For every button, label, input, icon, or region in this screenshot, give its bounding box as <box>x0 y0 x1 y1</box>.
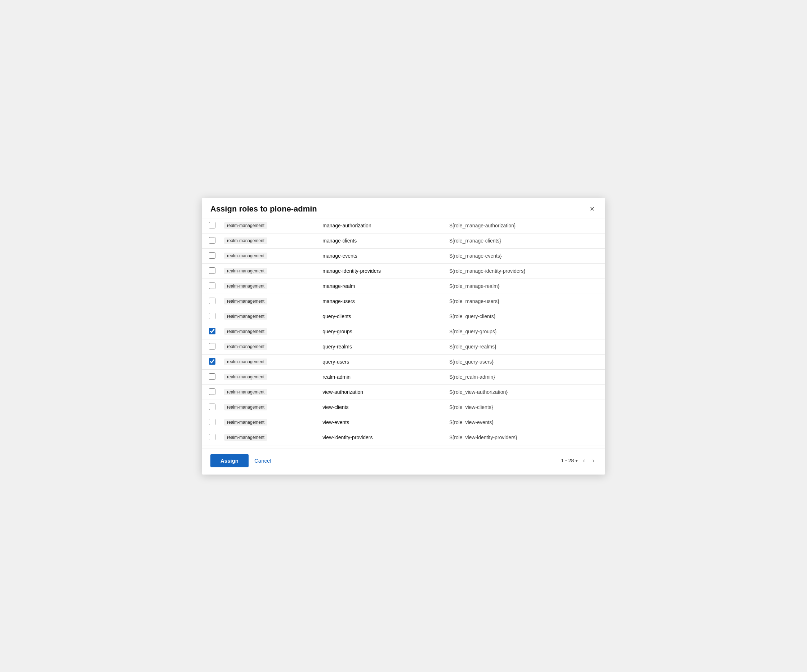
table-row: realm-management query-users ${role_quer… <box>202 354 605 369</box>
checkbox-cell-14[interactable] <box>202 430 220 445</box>
role-desc-cell-15: ${role_view-realm} <box>445 445 605 449</box>
role-client-cell-13: realm-management <box>220 415 318 430</box>
table-row: realm-management realm-admin ${role_real… <box>202 369 605 384</box>
role-checkbox-12[interactable] <box>209 404 216 410</box>
checkbox-cell-12[interactable] <box>202 399 220 415</box>
assign-button[interactable]: Assign <box>211 454 249 467</box>
close-button[interactable]: × <box>588 204 596 214</box>
role-checkbox-11[interactable] <box>209 388 216 395</box>
checkbox-cell-1[interactable] <box>202 233 220 248</box>
role-name-cell-8: query-realms <box>318 339 445 354</box>
table-row: realm-management manage-events ${role_ma… <box>202 248 605 263</box>
role-desc-cell-12: ${role_view-clients} <box>445 399 605 415</box>
checkbox-cell-6[interactable] <box>202 309 220 324</box>
role-client-cell-0: realm-management <box>220 218 318 233</box>
table-row: realm-management view-authorization ${ro… <box>202 384 605 399</box>
role-checkbox-7[interactable] <box>209 328 216 334</box>
table-row: realm-management manage-identity-provide… <box>202 263 605 279</box>
role-name-cell-15: view-realm <box>318 445 445 449</box>
checkbox-cell-4[interactable] <box>202 279 220 294</box>
role-badge-10: realm-management <box>224 374 267 380</box>
checkbox-cell-8[interactable] <box>202 339 220 354</box>
role-checkbox-3[interactable] <box>209 267 216 274</box>
role-checkbox-6[interactable] <box>209 313 216 319</box>
dialog-header: Assign roles to plone-admin × <box>202 198 605 218</box>
role-name-cell-9: query-users <box>318 354 445 369</box>
role-client-cell-6: realm-management <box>220 309 318 324</box>
role-badge-14: realm-management <box>224 434 267 441</box>
role-desc-cell-14: ${role_view-identity-providers} <box>445 430 605 445</box>
checkbox-cell-2[interactable] <box>202 248 220 263</box>
role-badge-13: realm-management <box>224 419 267 426</box>
checkbox-cell-11[interactable] <box>202 384 220 399</box>
next-page-button[interactable]: › <box>590 456 596 465</box>
role-name-cell-12: view-clients <box>318 399 445 415</box>
checkbox-cell-0[interactable] <box>202 218 220 233</box>
checkbox-cell-10[interactable] <box>202 369 220 384</box>
checkbox-cell-5[interactable] <box>202 294 220 309</box>
roles-table-wrapper: realm-management manage-authorization ${… <box>202 218 605 449</box>
role-checkbox-2[interactable] <box>209 252 216 259</box>
table-row: realm-management view-identity-providers… <box>202 430 605 445</box>
role-client-cell-9: realm-management <box>220 354 318 369</box>
role-checkbox-4[interactable] <box>209 283 216 289</box>
prev-page-button[interactable]: ‹ <box>581 456 587 465</box>
role-badge-5: realm-management <box>224 298 267 304</box>
role-checkbox-9[interactable] <box>209 358 216 365</box>
role-desc-cell-3: ${role_manage-identity-providers} <box>445 263 605 279</box>
role-client-cell-14: realm-management <box>220 430 318 445</box>
role-client-cell-12: realm-management <box>220 399 318 415</box>
pagination-range[interactable]: 1 - 28 ▾ <box>561 457 578 463</box>
role-checkbox-1[interactable] <box>209 237 216 244</box>
role-badge-4: realm-management <box>224 283 267 289</box>
role-name-cell-6: query-clients <box>318 309 445 324</box>
role-badge-3: realm-management <box>224 268 267 274</box>
role-badge-8: realm-management <box>224 343 267 350</box>
role-desc-cell-6: ${role_query-clients} <box>445 309 605 324</box>
checkbox-cell-9[interactable] <box>202 354 220 369</box>
role-name-cell-14: view-identity-providers <box>318 430 445 445</box>
role-checkbox-13[interactable] <box>209 419 216 425</box>
checkbox-cell-3[interactable] <box>202 263 220 279</box>
checkbox-cell-15[interactable] <box>202 445 220 449</box>
role-name-cell-5: manage-users <box>318 294 445 309</box>
role-client-cell-11: realm-management <box>220 384 318 399</box>
role-client-cell-2: realm-management <box>220 248 318 263</box>
dialog-title: Assign roles to plone-admin <box>211 204 317 214</box>
role-desc-cell-2: ${role_manage-events} <box>445 248 605 263</box>
role-name-cell-1: manage-clients <box>318 233 445 248</box>
role-client-cell-10: realm-management <box>220 369 318 384</box>
role-desc-cell-10: ${role_realm-admin} <box>445 369 605 384</box>
table-row: realm-management manage-authorization ${… <box>202 218 605 233</box>
role-client-cell-7: realm-management <box>220 324 318 339</box>
role-desc-cell-0: ${role_manage-authorization} <box>445 218 605 233</box>
cancel-button[interactable]: Cancel <box>254 457 271 464</box>
role-client-cell-15: realm-management <box>220 445 318 449</box>
roles-table: realm-management manage-authorization ${… <box>202 218 605 449</box>
table-row: realm-management view-realm ${role_view-… <box>202 445 605 449</box>
role-name-cell-10: realm-admin <box>318 369 445 384</box>
table-row: realm-management view-events ${role_view… <box>202 415 605 430</box>
table-row: realm-management manage-clients ${role_m… <box>202 233 605 248</box>
checkbox-cell-13[interactable] <box>202 415 220 430</box>
pagination: 1 - 28 ▾ ‹ › <box>561 456 596 465</box>
role-checkbox-10[interactable] <box>209 373 216 380</box>
table-row: realm-management manage-users ${role_man… <box>202 294 605 309</box>
role-checkbox-0[interactable] <box>209 222 216 228</box>
table-row: realm-management manage-realm ${role_man… <box>202 279 605 294</box>
role-desc-cell-4: ${role_manage-realm} <box>445 279 605 294</box>
pagination-dropdown-icon: ▾ <box>575 458 578 463</box>
role-badge-11: realm-management <box>224 389 267 395</box>
role-checkbox-8[interactable] <box>209 343 216 349</box>
role-checkbox-14[interactable] <box>209 434 216 440</box>
role-badge-7: realm-management <box>224 328 267 335</box>
role-name-cell-4: manage-realm <box>318 279 445 294</box>
role-client-cell-1: realm-management <box>220 233 318 248</box>
role-checkbox-5[interactable] <box>209 298 216 304</box>
role-badge-1: realm-management <box>224 238 267 244</box>
checkbox-cell-7[interactable] <box>202 324 220 339</box>
role-desc-cell-7: ${role_query-groups} <box>445 324 605 339</box>
role-badge-6: realm-management <box>224 313 267 319</box>
role-name-cell-11: view-authorization <box>318 384 445 399</box>
role-name-cell-2: manage-events <box>318 248 445 263</box>
